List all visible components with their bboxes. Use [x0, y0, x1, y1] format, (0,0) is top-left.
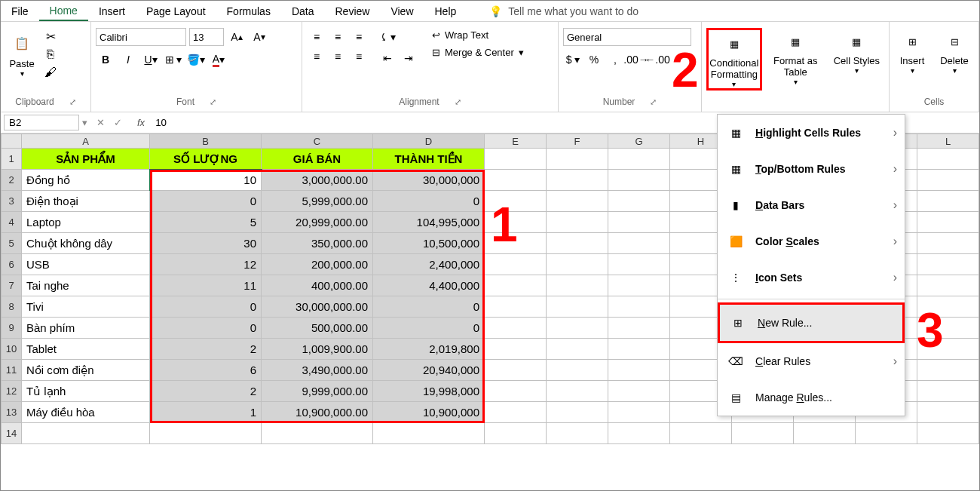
col-header-a[interactable]: A — [22, 133, 150, 149]
cell-b6[interactable]: 12 — [150, 254, 262, 275]
fx-label[interactable]: fx — [131, 117, 151, 128]
cell-d10[interactable]: 2,019,800 — [373, 339, 485, 360]
cell-a4[interactable]: Laptop — [22, 212, 150, 233]
name-box-dropdown[interactable]: ▾ — [82, 117, 87, 128]
align-right-button[interactable]: ≡ — [349, 48, 369, 66]
tab-insert[interactable]: Insert — [88, 2, 136, 20]
row-header-13[interactable]: 13 — [1, 402, 22, 423]
cell-b8[interactable]: 0 — [150, 296, 262, 318]
wrap-text-button[interactable]: ↩Wrap Text — [427, 28, 528, 42]
cell-b4[interactable]: 5 — [150, 212, 262, 233]
cell-c10[interactable]: 1,009,900.00 — [262, 339, 373, 360]
number-launcher[interactable]: ⤢ — [650, 97, 657, 107]
cell-g9[interactable] — [608, 318, 670, 339]
col-header-f[interactable]: F — [547, 133, 608, 149]
cell-l12[interactable] — [917, 381, 979, 402]
cell-g6[interactable] — [608, 254, 670, 275]
cell-f11[interactable] — [547, 360, 608, 381]
cell-f3[interactable] — [547, 191, 608, 212]
bold-button[interactable]: B — [96, 51, 115, 69]
tab-help[interactable]: Help — [424, 2, 467, 20]
cell-f5[interactable] — [547, 233, 608, 254]
cell-l10[interactable] — [917, 339, 979, 360]
cell-e10[interactable] — [485, 339, 547, 360]
cell-d13[interactable]: 10,900,000 — [373, 402, 485, 423]
fill-color-button[interactable]: 🪣▾ — [186, 51, 206, 69]
cell-g10[interactable] — [608, 339, 670, 360]
border-button[interactable]: ⊞ ▾ — [164, 51, 183, 69]
cell-c12[interactable]: 9,999,000.00 — [262, 381, 373, 402]
cell-g12[interactable] — [608, 381, 670, 402]
cell-d9[interactable]: 0 — [373, 318, 485, 339]
copy-button[interactable]: ⎘ — [41, 46, 60, 63]
cell-g3[interactable] — [608, 191, 670, 212]
cell-f12[interactable] — [547, 381, 608, 402]
font-launcher[interactable]: ⤢ — [210, 97, 216, 107]
align-left-button[interactable]: ≡ — [307, 48, 326, 66]
orientation-button[interactable]: ⤹ ▾ — [378, 28, 397, 46]
cell-f7[interactable] — [547, 275, 608, 296]
cell-d3[interactable]: 0 — [373, 191, 485, 212]
row-header-8[interactable]: 8 — [1, 296, 22, 318]
row-header-6[interactable]: 6 — [1, 254, 22, 275]
decrease-indent-button[interactable]: ⇤ — [378, 49, 397, 67]
cell-c8[interactable]: 30,000,000.00 — [262, 296, 373, 318]
col-header-c[interactable]: C — [262, 133, 373, 149]
cell-g4[interactable] — [608, 212, 670, 233]
cell-g5[interactable] — [608, 233, 670, 254]
cell-l9[interactable] — [917, 318, 979, 339]
cell-f10[interactable] — [547, 339, 608, 360]
cell-d14[interactable] — [373, 423, 485, 444]
accept-formula-button[interactable]: ✓ — [114, 117, 122, 128]
tab-home[interactable]: Home — [39, 2, 88, 21]
cell-g1[interactable] — [608, 149, 670, 170]
cell-e2[interactable] — [485, 170, 547, 191]
decrease-font-button[interactable]: A▾ — [250, 28, 269, 46]
cell-c4[interactable]: 20,999,000.00 — [262, 212, 373, 233]
cell-l11[interactable] — [917, 360, 979, 381]
col-header-b[interactable]: B — [150, 133, 262, 149]
number-format-combo[interactable] — [563, 28, 691, 46]
col-header-l[interactable]: L — [917, 133, 979, 149]
font-size-combo[interactable] — [189, 28, 224, 46]
cell-a1[interactable]: SẢN PHẨM — [22, 149, 150, 170]
cell-f6[interactable] — [547, 254, 608, 275]
cell-f8[interactable] — [547, 296, 608, 318]
cell-styles-button[interactable]: ▦ Cell Styles ▾ — [829, 28, 884, 75]
paste-button[interactable]: 📋 Paste ▾ — [5, 28, 38, 78]
cell-d1[interactable]: THÀNH TIỀN — [373, 149, 485, 170]
font-color-button[interactable]: A ▾ — [209, 51, 228, 69]
cell-b1[interactable]: SỐ LƯỢNG — [150, 149, 262, 170]
cell-f4[interactable] — [547, 212, 608, 233]
cell-l14[interactable] — [917, 423, 979, 444]
cell-b2[interactable]: 10 — [150, 170, 262, 191]
cell-a12[interactable]: Tủ lạnh — [22, 381, 150, 402]
cell-a13[interactable]: Máy điều hòa — [22, 402, 150, 423]
cell-a10[interactable]: Tablet — [22, 339, 150, 360]
row-header-10[interactable]: 10 — [1, 339, 22, 360]
cell-l8[interactable] — [917, 296, 979, 318]
cell-i14[interactable] — [732, 423, 794, 444]
delete-cells-button[interactable]: ⊟ Delete ▾ — [936, 28, 972, 75]
cell-e8[interactable] — [485, 296, 547, 318]
cell-g7[interactable] — [608, 275, 670, 296]
align-center-button[interactable]: ≡ — [328, 48, 348, 66]
cell-f13[interactable] — [547, 402, 608, 423]
tab-view[interactable]: View — [380, 2, 424, 20]
cell-d12[interactable]: 19,998,000 — [373, 381, 485, 402]
cell-k14[interactable] — [856, 423, 917, 444]
cell-e9[interactable] — [485, 318, 547, 339]
cell-a9[interactable]: Bàn phím — [22, 318, 150, 339]
underline-button[interactable]: U ▾ — [141, 51, 161, 69]
cell-f14[interactable] — [547, 423, 608, 444]
cell-l3[interactable] — [917, 191, 979, 212]
row-header-3[interactable]: 3 — [1, 191, 22, 212]
cell-l2[interactable] — [917, 170, 979, 191]
row-header-5[interactable]: 5 — [1, 233, 22, 254]
select-all-corner[interactable] — [1, 133, 22, 149]
row-header-14[interactable]: 14 — [1, 423, 22, 444]
cell-a8[interactable]: Tivi — [22, 296, 150, 318]
cell-b12[interactable]: 2 — [150, 381, 262, 402]
cell-g2[interactable] — [608, 170, 670, 191]
cell-a14[interactable] — [22, 423, 150, 444]
